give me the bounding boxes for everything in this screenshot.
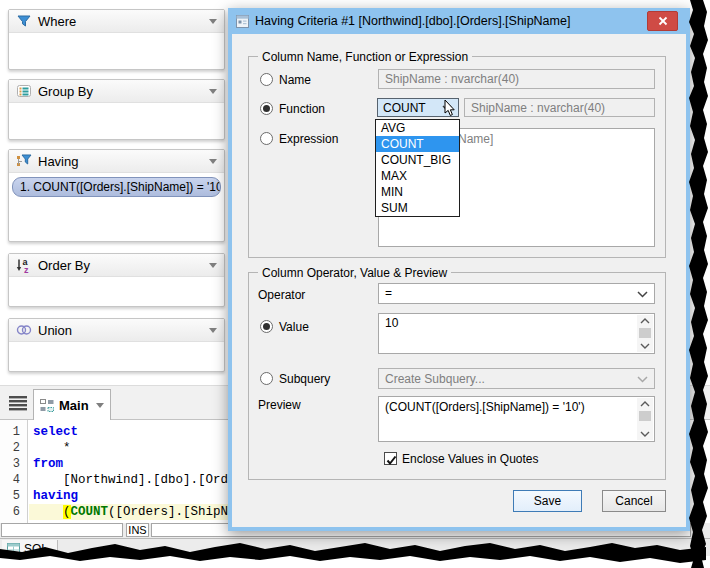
union-icon — [16, 322, 32, 338]
dialog-title-bar[interactable]: Having Criteria #1 [Northwind].[dbo].[Or… — [228, 8, 690, 34]
scroll-down-icon[interactable] — [637, 340, 653, 352]
where-panel-header[interactable]: Where — [9, 10, 224, 33]
dropdown-option-min[interactable]: MIN — [376, 184, 459, 200]
function-dropdown-list: AVG COUNT COUNT_BIG MAX MIN SUM — [375, 119, 460, 217]
line-number-gutter: 1 2 3 4 5 6 — [0, 420, 28, 523]
chevron-down-icon[interactable] — [209, 159, 217, 164]
menu-icon[interactable] — [9, 396, 27, 411]
function-radio[interactable] — [260, 102, 273, 115]
column-source-group-label: Column Name, Function or Expression — [258, 50, 472, 64]
line-number: 4 — [0, 472, 20, 488]
chevron-down-icon[interactable] — [96, 403, 104, 408]
dropdown-option-sum[interactable]: SUM — [376, 200, 459, 216]
union-panel-header[interactable]: Union — [9, 319, 224, 342]
subquery-radio[interactable] — [260, 372, 273, 385]
dialog-icon — [236, 15, 249, 28]
chevron-down-icon[interactable] — [209, 19, 217, 24]
mouse-cursor — [444, 100, 456, 118]
torn-edge-bottom — [0, 540, 710, 568]
dialog-body: Column Name, Function or Expression Name… — [232, 34, 686, 527]
line-number: 3 — [0, 456, 20, 472]
order-by-panel-label: Order By — [38, 258, 90, 273]
dropdown-option-count[interactable]: COUNT — [376, 136, 459, 152]
code-line: having — [33, 488, 78, 504]
preview-textarea[interactable]: (COUNT([Orders].[ShipName]) = '10') — [378, 396, 655, 442]
value-radio-label: Value — [279, 320, 309, 334]
group-by-panel-label: Group By — [38, 84, 93, 99]
operator-value: = — [385, 286, 392, 300]
code-line: from — [33, 456, 63, 472]
order-by-panel: a z Order By — [8, 253, 225, 307]
value-textarea[interactable]: 10 — [378, 313, 655, 354]
value-text: 10 — [379, 314, 654, 332]
union-panel: Union — [8, 318, 225, 372]
enclose-quotes-label: Enclose Values in Quotes — [402, 452, 539, 466]
dropdown-option-max[interactable]: MAX — [376, 168, 459, 184]
group-by-icon — [16, 83, 32, 99]
scrollbar-thumb[interactable] — [639, 411, 651, 421]
preview-scrollbar[interactable] — [637, 398, 653, 440]
having-criteria-dialog: Having Criteria #1 [Northwind].[dbo].[Or… — [228, 8, 690, 531]
chevron-down-icon[interactable] — [209, 328, 217, 333]
chevron-down-icon[interactable] — [209, 89, 217, 94]
cancel-button[interactable]: Cancel — [602, 490, 666, 512]
function-column-field: ShipName : nvarchar(40) — [464, 98, 655, 117]
scrollbar-thumb[interactable] — [639, 328, 651, 338]
where-panel-label: Where — [38, 14, 76, 29]
subquery-combobox: Create Subquery... — [378, 368, 655, 389]
line-number: 6 — [0, 504, 20, 520]
code-line: [Northwind].[dbo].[Orders] — [33, 472, 258, 488]
filter-icon — [16, 13, 32, 29]
order-by-panel-header[interactable]: a z Order By — [9, 254, 224, 277]
preview-label: Preview — [258, 398, 301, 412]
name-radio[interactable] — [260, 73, 273, 86]
close-button[interactable] — [647, 11, 678, 31]
query-diagram-icon — [40, 399, 54, 412]
union-panel-label: Union — [38, 323, 72, 338]
tab-main[interactable]: Main — [33, 389, 111, 421]
value-scrollbar[interactable] — [637, 315, 653, 352]
scroll-down-icon[interactable] — [637, 428, 653, 440]
dropdown-option-avg[interactable]: AVG — [376, 120, 459, 136]
value-radio[interactable] — [260, 320, 273, 333]
having-panel-header[interactable]: Having — [9, 150, 224, 173]
name-field: ShipName : nvarchar(40) — [378, 69, 655, 89]
having-filter-icon — [16, 153, 32, 169]
group-by-panel-header[interactable]: Group By — [9, 80, 224, 103]
tab-main-label: Main — [59, 398, 89, 413]
operator-combobox[interactable]: = — [378, 283, 655, 304]
line-number: 1 — [0, 424, 20, 440]
dialog-title: Having Criteria #1 [Northwind].[dbo].[Or… — [255, 14, 570, 28]
app-window: Where Group By Having 1. — [0, 0, 710, 568]
expression-radio[interactable] — [260, 132, 273, 145]
code-line: * — [33, 440, 71, 456]
subquery-value: Create Subquery... — [385, 372, 485, 386]
status-cell — [1, 523, 123, 537]
chevron-down-icon[interactable] — [209, 263, 217, 268]
torn-edge-right — [684, 0, 710, 568]
where-panel: Where — [8, 9, 225, 70]
operator-label: Operator — [258, 288, 305, 302]
save-button[interactable]: Save — [513, 490, 582, 512]
having-criteria-item[interactable]: 1. COUNT([Orders].[ShipName]) = '10' — [12, 177, 221, 197]
subquery-radio-label: Subquery — [279, 372, 330, 386]
function-combobox-value: COUNT — [383, 101, 426, 115]
operator-value-group-label: Column Operator, Value & Preview — [258, 266, 451, 280]
line-number: 5 — [0, 488, 20, 504]
check-icon — [385, 454, 398, 467]
scroll-up-icon[interactable] — [637, 315, 653, 327]
expression-radio-label: Expression — [279, 132, 338, 146]
enclose-quotes-checkbox[interactable] — [384, 452, 397, 465]
scroll-up-icon[interactable] — [637, 398, 653, 410]
close-icon — [656, 14, 670, 28]
code-line: select — [33, 424, 78, 440]
having-panel: Having 1. COUNT([Orders].[ShipName]) = '… — [8, 149, 225, 242]
name-radio-label: Name — [279, 73, 311, 87]
group-by-panel: Group By — [8, 79, 225, 140]
chevron-down-icon[interactable] — [637, 291, 648, 298]
status-insert-mode: INS — [126, 523, 149, 537]
preview-text: (COUNT([Orders].[ShipName]) = '10') — [379, 397, 639, 417]
line-number: 2 — [0, 440, 20, 456]
having-panel-label: Having — [38, 154, 78, 169]
dropdown-option-countbig[interactable]: COUNT_BIG — [376, 152, 459, 168]
